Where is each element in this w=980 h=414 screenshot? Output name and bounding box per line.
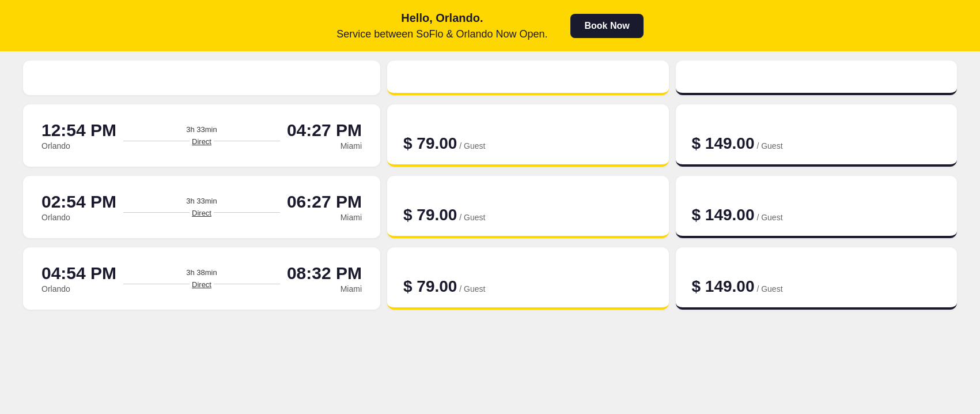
line-right-2 [214,284,280,284]
schedule-row-1: 02:54 PM Orlando 3h 33min Direct 06:27 P… [23,176,957,238]
smart-price-card-2[interactable]: $ 79.00 / Guest [387,247,669,310]
trip-middle-2: 3h 38min Direct [116,268,287,289]
trip-middle-0: 3h 33min Direct [116,125,287,146]
schedule-row-0: 12:54 PM Orlando 3h 33min Direct 04:27 P… [23,104,957,167]
partial-smart-price-card [387,61,669,95]
banner-subtitle: Service between SoFlo & Orlando Now Open… [336,27,547,42]
trip-card-1[interactable]: 02:54 PM Orlando 3h 33min Direct 06:27 P… [23,176,380,238]
line-right-1 [214,212,280,213]
depart-time-2: 04:54 PM Orlando [41,264,116,293]
premium-price-1: $ 149.00 / Guest [692,206,941,224]
depart-time-0: 12:54 PM Orlando [41,121,116,150]
trip-line-0: Direct [123,136,280,146]
smart-price-card-1[interactable]: $ 79.00 / Guest [387,176,669,238]
banner-text: Hello, Orlando. Service between SoFlo & … [336,9,547,42]
trip-line-1: Direct [123,208,280,217]
trip-card-2[interactable]: 04:54 PM Orlando 3h 38min Direct 08:32 P… [23,247,380,310]
route-type-0[interactable]: Direct [192,137,211,146]
premium-price-0: $ 149.00 / Guest [692,134,941,153]
premium-price-card-2[interactable]: $ 149.00 / Guest [676,247,958,310]
line-left-1 [123,212,190,213]
premium-price-2: $ 149.00 / Guest [692,277,941,296]
promo-banner: Hello, Orlando. Service between SoFlo & … [0,0,980,51]
route-type-1[interactable]: Direct [192,209,211,217]
smart-price-2: $ 79.00 / Guest [403,277,653,296]
arrive-time-2: 08:32 PM Miami [287,264,362,293]
arrive-time-1: 06:27 PM Miami [287,192,362,222]
smart-price-1: $ 79.00 / Guest [403,206,653,224]
arrive-time-0: 04:27 PM Miami [287,121,362,150]
schedules-content: 12:54 PM Orlando 3h 33min Direct 04:27 P… [0,51,980,328]
route-type-2[interactable]: Direct [192,280,211,289]
book-now-button[interactable]: Book Now [570,14,643,38]
line-left-0 [123,141,190,141]
partial-premium-price-card [676,61,958,95]
premium-price-card-1[interactable]: $ 149.00 / Guest [676,176,958,238]
smart-price-card-0[interactable]: $ 79.00 / Guest [387,104,669,167]
schedule-row-2: 04:54 PM Orlando 3h 38min Direct 08:32 P… [23,247,957,310]
smart-price-0: $ 79.00 / Guest [403,134,653,153]
trip-middle-1: 3h 33min Direct [116,197,287,217]
depart-time-1: 02:54 PM Orlando [41,192,116,222]
line-left-2 [123,284,190,284]
premium-price-card-0[interactable]: $ 149.00 / Guest [676,104,958,167]
partial-trip-card [23,61,380,95]
trip-line-2: Direct [123,279,280,289]
partial-schedule-row [23,61,957,95]
line-right-0 [214,141,280,141]
banner-title: Hello, Orlando. [336,9,547,27]
schedule-list: 12:54 PM Orlando 3h 33min Direct 04:27 P… [23,104,957,310]
trip-card-0[interactable]: 12:54 PM Orlando 3h 33min Direct 04:27 P… [23,104,380,167]
